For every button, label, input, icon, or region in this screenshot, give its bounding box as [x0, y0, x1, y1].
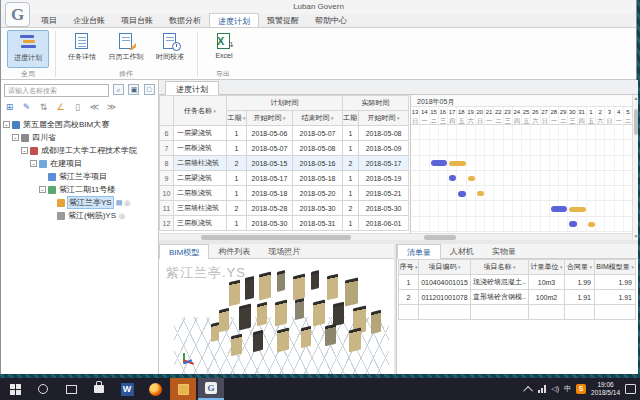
planned-bar[interactable]: [569, 221, 576, 227]
tree-item[interactable]: 紫江(钢筋)YS◎: [3, 209, 153, 222]
table-row[interactable]: 10二层板浇筑12018-05-182018-05-2012018-05-21: [160, 186, 409, 201]
action-center-icon[interactable]: [625, 384, 636, 394]
task-view-button[interactable]: [58, 378, 84, 400]
network-icon[interactable]: [538, 385, 546, 393]
delete-node-icon[interactable]: ▯: [72, 102, 83, 113]
table-row[interactable]: 8二层墙柱浇筑22018-05-152018-05-1622018-05-17: [160, 156, 409, 171]
tray-expand-icon[interactable]: [523, 385, 533, 395]
quantity-tab[interactable]: 实物量: [483, 244, 525, 259]
table-row[interactable]: 7一层板浇筑12018-05-072018-05-0812018-05-09: [160, 141, 409, 156]
sort-icon[interactable]: ▾: [588, 264, 592, 270]
sort-icon[interactable]: ▾: [414, 264, 418, 270]
table-row[interactable]: 6一层梁浇筑12018-05-062018-05-0712018-05-08: [160, 126, 409, 141]
wall-element[interactable]: [277, 270, 285, 292]
tree-search-input[interactable]: [4, 84, 109, 97]
gantt-hscrollbar[interactable]: [410, 233, 632, 240]
tree-expander-icon[interactable]: -: [39, 186, 46, 193]
table-row[interactable]: 2011201001078直形墙砼含钢模..100m21.911.91: [399, 290, 636, 305]
actual-bar[interactable]: [468, 176, 475, 181]
bim-3d-view[interactable]: 紫江兰亭.YS: [159, 259, 394, 374]
wall-element[interactable]: [253, 330, 263, 352]
tree-item[interactable]: 紫江兰亭YS▤◎: [3, 196, 153, 209]
sogou-icon[interactable]: S: [576, 384, 586, 394]
planned-bar[interactable]: [551, 206, 568, 212]
edit-node-icon[interactable]: ✎: [21, 102, 32, 113]
ribbon-tab[interactable]: 项目: [33, 13, 65, 27]
tree-item[interactable]: 紫江兰亭项目: [3, 170, 153, 183]
wall-element[interactable]: [325, 324, 336, 347]
table-row[interactable]: 9二层梁浇筑12018-05-172018-05-1812018-05-19: [160, 171, 409, 186]
wall-element[interactable]: [345, 277, 358, 306]
luban-app-icon[interactable]: [170, 378, 196, 400]
actual-bar[interactable]: [477, 191, 484, 196]
wall-element[interactable]: [277, 328, 289, 353]
bim-tab[interactable]: 现场照片: [259, 244, 309, 259]
wall-element[interactable]: [257, 302, 267, 326]
wall-element[interactable]: [371, 310, 381, 334]
volume-icon[interactable]: ◁): [551, 385, 559, 393]
wall-element[interactable]: [349, 328, 361, 353]
expand-all-icon[interactable]: ▣: [128, 84, 139, 95]
search-icon[interactable]: ⌕: [113, 84, 124, 95]
sort-icon[interactable]: ▾: [457, 264, 461, 270]
sort-icon[interactable]: ▾: [330, 115, 334, 121]
ribbon-tab[interactable]: 预警提醒: [259, 13, 307, 27]
word-icon[interactable]: W: [114, 378, 140, 400]
tree-item[interactable]: -紫江二期11号楼: [3, 183, 153, 196]
quantity-table[interactable]: 序号 ▾项目编码 ▾项目名称 ▾计量单位 ▾合同量 ▾BIM模型量 ▾10104…: [398, 259, 636, 320]
ribbon-tab[interactable]: 企业台账: [65, 13, 113, 27]
wall-element[interactable]: [229, 280, 240, 307]
sort-icon[interactable]: ▾: [396, 115, 400, 121]
ribbon-tab[interactable]: 帮助中心: [307, 13, 355, 27]
add-node-icon[interactable]: ⊞: [4, 102, 15, 113]
quantity-tab[interactable]: 人材机: [441, 244, 483, 259]
bim-tab[interactable]: BIM模型: [159, 244, 209, 259]
wall-element[interactable]: [239, 304, 251, 331]
schedule-table[interactable]: 任务名称 ▾计划时间实际时间工期 ▾开始时间 ▾结束时间 ▾工期 ▾开始时间 ▾…: [159, 95, 409, 231]
sort-icon[interactable]: ▾: [512, 264, 516, 270]
ribbon-tab[interactable]: 项目台账: [113, 13, 161, 27]
wall-element[interactable]: [211, 322, 219, 342]
wall-element[interactable]: [301, 326, 311, 348]
store-icon[interactable]: [86, 378, 112, 400]
actual-bar[interactable]: [449, 161, 466, 166]
sort-icon[interactable]: ▾: [242, 115, 246, 121]
ribbon-tab[interactable]: 进度计划: [209, 13, 259, 27]
gantt-vscrollbar[interactable]: ▲ ▼: [632, 95, 638, 240]
tree-item[interactable]: -成都理工大学工程技术学院: [3, 144, 153, 157]
wall-element[interactable]: [311, 270, 319, 290]
sort-icon[interactable]: ▾: [630, 264, 634, 270]
actual-bar[interactable]: [588, 222, 595, 227]
ime-indicator[interactable]: 中: [564, 384, 571, 394]
planned-bar[interactable]: [431, 160, 448, 166]
move-node-icon[interactable]: ⇅: [38, 102, 49, 113]
scroll-up-icon[interactable]: ▲: [633, 95, 639, 102]
tab-schedule-plan[interactable]: 进度计划: [165, 81, 219, 95]
wall-element[interactable]: [245, 276, 254, 300]
collapse-branch-icon[interactable]: ≪: [89, 102, 100, 113]
browser-icon[interactable]: [142, 378, 168, 400]
tree-expander-icon[interactable]: -: [12, 134, 19, 141]
actual-bar[interactable]: [569, 207, 586, 212]
wall-element[interactable]: [295, 298, 304, 320]
tree-item[interactable]: -在建项目: [3, 157, 153, 170]
wall-element[interactable]: [293, 274, 305, 301]
wall-element[interactable]: [333, 302, 344, 327]
app-logo-icon[interactable]: G: [5, 2, 30, 27]
cortana-search-button[interactable]: [30, 378, 56, 400]
start-button[interactable]: [2, 378, 28, 400]
tree-item[interactable]: -四川省: [3, 131, 153, 144]
expand-branch-icon[interactable]: ≫: [106, 102, 117, 113]
sort-icon[interactable]: ▾: [212, 108, 216, 114]
planned-bar[interactable]: [458, 191, 465, 197]
wall-element[interactable]: [275, 300, 287, 327]
wall-element[interactable]: [313, 300, 325, 327]
tree-item[interactable]: -第五届全国高校BIM大赛: [3, 118, 153, 131]
ribbon-tab[interactable]: 数据分析: [161, 13, 209, 27]
table-row[interactable]: 12三层板浇筑12018-05-302018-05-3112018-06-01: [160, 216, 409, 231]
tree-expander-icon[interactable]: -: [3, 121, 10, 128]
sort-icon[interactable]: ▾: [559, 264, 563, 270]
link-model-icon[interactable]: ∠: [55, 102, 66, 113]
clock[interactable]: 19:06 2018/5/14: [591, 381, 620, 397]
wall-element[interactable]: [259, 272, 271, 301]
